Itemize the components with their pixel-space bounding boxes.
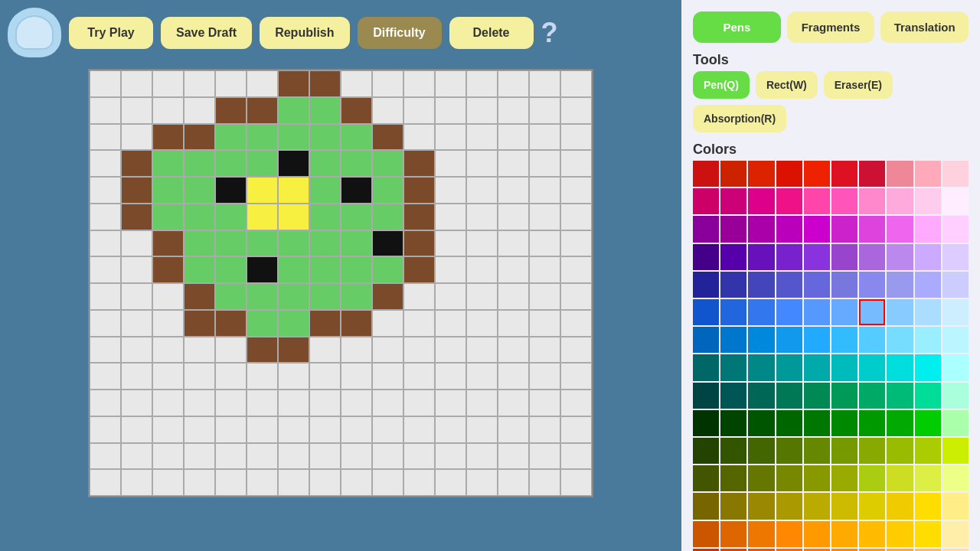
grid-cell[interactable] — [341, 469, 372, 496]
grid-cell[interactable] — [121, 124, 152, 151]
color-cell[interactable] — [887, 521, 913, 547]
delete-button[interactable]: Delete — [449, 17, 534, 49]
grid-cell[interactable] — [247, 443, 278, 470]
grid-cell[interactable] — [90, 469, 121, 496]
grid-cell[interactable] — [498, 363, 529, 390]
grid-cell[interactable] — [278, 337, 309, 364]
color-cell[interactable] — [942, 299, 969, 325]
color-cell[interactable] — [887, 216, 913, 242]
grid-cell[interactable] — [215, 283, 247, 310]
grid-cell[interactable] — [152, 283, 184, 310]
grid-cell[interactable] — [341, 310, 372, 337]
color-cell[interactable] — [720, 465, 746, 491]
grid-cell[interactable] — [466, 416, 498, 443]
grid-cell[interactable] — [403, 363, 435, 390]
grid-cell[interactable] — [247, 177, 278, 204]
grid-cell[interactable] — [247, 97, 278, 124]
grid-cell[interactable] — [529, 310, 560, 337]
grid-cell[interactable] — [90, 97, 121, 124]
color-cell[interactable] — [720, 327, 746, 353]
color-cell[interactable] — [804, 383, 830, 409]
color-cell[interactable] — [776, 438, 802, 464]
color-cell[interactable] — [859, 327, 885, 353]
grid-cell[interactable] — [403, 443, 435, 470]
grid-cell[interactable] — [560, 177, 592, 204]
color-cell[interactable] — [831, 216, 858, 242]
grid-cell[interactable] — [372, 310, 403, 337]
grid-cell[interactable] — [560, 97, 592, 124]
color-cell[interactable] — [887, 244, 913, 270]
grid-cell[interactable] — [403, 124, 435, 151]
color-cell[interactable] — [693, 188, 719, 214]
grid-cell[interactable] — [215, 256, 247, 283]
grid-cell[interactable] — [435, 283, 466, 310]
grid-cell[interactable] — [529, 256, 560, 283]
color-cell[interactable] — [859, 410, 885, 436]
grid-cell[interactable] — [498, 443, 529, 470]
grid-cell[interactable] — [529, 124, 560, 151]
grid-cell[interactable] — [278, 283, 309, 310]
grid-cell[interactable] — [372, 416, 403, 443]
grid-cell[interactable] — [435, 256, 466, 283]
grid-cell[interactable] — [309, 337, 341, 364]
color-cell[interactable] — [804, 188, 830, 214]
grid-cell[interactable] — [278, 310, 309, 337]
grid-cell[interactable] — [435, 390, 466, 416]
grid-cell[interactable] — [247, 124, 278, 151]
grid-cell[interactable] — [247, 230, 278, 257]
grid-cell[interactable] — [152, 124, 184, 151]
color-cell[interactable] — [859, 161, 885, 187]
grid-cell[interactable] — [529, 230, 560, 257]
grid-cell[interactable] — [90, 177, 121, 204]
grid-cell[interactable] — [184, 416, 215, 443]
grid-cell[interactable] — [121, 469, 152, 496]
color-cell[interactable] — [804, 465, 830, 491]
grid-cell[interactable] — [247, 204, 278, 230]
color-cell[interactable] — [859, 438, 885, 464]
try-play-button[interactable]: Try Play — [69, 17, 153, 49]
grid-cell[interactable] — [529, 70, 560, 97]
grid-cell[interactable] — [466, 230, 498, 257]
color-cell[interactable] — [776, 354, 802, 380]
grid-cell[interactable] — [90, 124, 121, 151]
grid-cell[interactable] — [90, 416, 121, 443]
color-cell[interactable] — [804, 493, 830, 519]
grid-cell[interactable] — [498, 310, 529, 337]
tool-button-2[interactable]: Eraser(E) — [824, 71, 893, 99]
grid-cell[interactable] — [90, 363, 121, 390]
color-cell[interactable] — [831, 383, 858, 409]
color-cell[interactable] — [887, 493, 913, 519]
grid-cell[interactable] — [372, 443, 403, 470]
grid-cell[interactable] — [215, 337, 247, 364]
grid-cell[interactable] — [403, 390, 435, 416]
grid-cell[interactable] — [435, 363, 466, 390]
grid-cell[interactable] — [498, 283, 529, 310]
color-cell[interactable] — [859, 188, 885, 214]
grid-cell[interactable] — [529, 97, 560, 124]
grid-cell[interactable] — [309, 204, 341, 230]
grid-cell[interactable] — [278, 443, 309, 470]
grid-cell[interactable] — [403, 230, 435, 257]
grid-cell[interactable] — [184, 310, 215, 337]
grid-cell[interactable] — [466, 204, 498, 230]
grid-cell[interactable] — [466, 390, 498, 416]
color-cell[interactable] — [831, 354, 858, 380]
grid-cell[interactable] — [247, 416, 278, 443]
grid-cell[interactable] — [498, 204, 529, 230]
grid-cell[interactable] — [341, 390, 372, 416]
grid-cell[interactable] — [498, 150, 529, 177]
grid-cell[interactable] — [121, 256, 152, 283]
grid-cell[interactable] — [278, 256, 309, 283]
grid-cell[interactable] — [152, 177, 184, 204]
grid-cell[interactable] — [184, 443, 215, 470]
republish-button[interactable]: Republish — [260, 17, 349, 49]
grid-cell[interactable] — [560, 390, 592, 416]
grid-cell[interactable] — [215, 416, 247, 443]
grid-cell[interactable] — [121, 310, 152, 337]
color-cell[interactable] — [942, 354, 969, 380]
grid-cell[interactable] — [466, 177, 498, 204]
color-cell[interactable] — [748, 354, 774, 380]
color-cell[interactable] — [776, 188, 802, 214]
grid-cell[interactable] — [309, 70, 341, 97]
grid-cell[interactable] — [498, 230, 529, 257]
